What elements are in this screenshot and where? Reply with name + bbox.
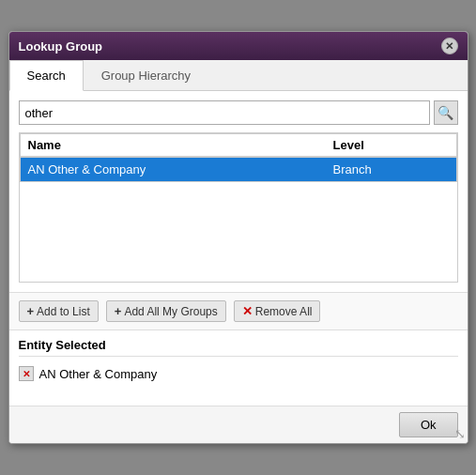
remove-selected-button[interactable]: ✕ bbox=[19, 366, 34, 381]
search-input[interactable] bbox=[19, 100, 430, 125]
remove-all-icon: ✕ bbox=[242, 304, 253, 318]
cell-level: Branch bbox=[326, 157, 457, 182]
tab-bar: Search Group Hierarchy bbox=[9, 60, 468, 91]
selected-items-list: ✕ AN Other & Company bbox=[19, 362, 458, 385]
search-tab-content: 🔍 Name Level AN Other & Company Branch bbox=[9, 91, 468, 292]
col-header-level: Level bbox=[326, 134, 457, 158]
table-row[interactable]: AN Other & Company Branch bbox=[20, 157, 456, 182]
cell-name: AN Other & Company bbox=[20, 157, 326, 182]
tab-search[interactable]: Search bbox=[9, 60, 84, 91]
entity-selected-title: Entity Selected bbox=[19, 338, 458, 357]
search-button[interactable]: 🔍 bbox=[434, 100, 458, 125]
add-all-label: Add All My Groups bbox=[124, 305, 217, 318]
tab-group-hierarchy[interactable]: Group Hierarchy bbox=[84, 60, 208, 91]
ok-button[interactable]: Ok bbox=[399, 412, 458, 437]
search-row: 🔍 bbox=[19, 100, 458, 125]
selected-item-name: AN Other & Company bbox=[39, 367, 158, 381]
add-to-list-label: Add to List bbox=[37, 305, 90, 318]
action-bar: + Add to List + Add All My Groups ✕ Remo… bbox=[9, 292, 468, 330]
dialog-titlebar: Lookup Group ✕ bbox=[9, 32, 468, 60]
add-to-list-button[interactable]: + Add to List bbox=[19, 300, 99, 322]
results-table-wrapper: Name Level AN Other & Company Branch bbox=[19, 132, 458, 283]
col-header-name: Name bbox=[20, 134, 326, 158]
table-header-row: Name Level bbox=[20, 134, 456, 158]
add-to-list-icon: + bbox=[27, 304, 35, 318]
remove-all-label: Remove All bbox=[255, 305, 313, 318]
add-all-icon: + bbox=[115, 304, 122, 318]
resize-handle[interactable]: ⤡ bbox=[454, 426, 466, 441]
entity-selected-section: Entity Selected ✕ AN Other & Company bbox=[9, 330, 468, 406]
dialog-title: Lookup Group bbox=[19, 39, 103, 54]
lookup-group-dialog: Lookup Group ✕ Search Group Hierarchy 🔍 … bbox=[8, 31, 468, 444]
add-all-my-groups-button[interactable]: + Add All My Groups bbox=[106, 300, 226, 322]
results-table: Name Level AN Other & Company Branch bbox=[20, 133, 457, 182]
remove-all-button[interactable]: ✕ Remove All bbox=[234, 300, 321, 322]
selected-item: ✕ AN Other & Company bbox=[19, 362, 458, 385]
dialog-footer: Ok bbox=[9, 406, 468, 443]
dialog-close-button[interactable]: ✕ bbox=[441, 38, 458, 54]
